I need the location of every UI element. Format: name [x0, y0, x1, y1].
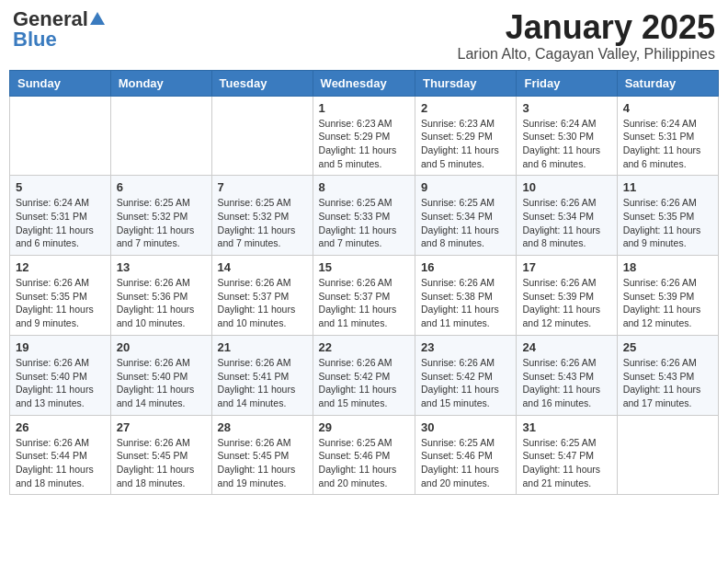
table-row: 15Sunrise: 6:26 AM Sunset: 5:37 PM Dayli… — [313, 256, 415, 336]
day-info: Sunrise: 6:25 AM Sunset: 5:33 PM Dayligh… — [319, 196, 409, 250]
day-info: Sunrise: 6:26 AM Sunset: 5:43 PM Dayligh… — [522, 356, 610, 410]
day-info: Sunrise: 6:24 AM Sunset: 5:31 PM Dayligh… — [623, 117, 712, 171]
calendar-header-row: Sunday Monday Tuesday Wednesday Thursday… — [10, 70, 719, 96]
day-number: 4 — [623, 101, 712, 115]
table-row: 6Sunrise: 6:25 AM Sunset: 5:32 PM Daylig… — [110, 176, 211, 256]
table-row — [110, 96, 211, 176]
table-row — [211, 96, 313, 176]
month-title: January 2025 — [458, 9, 715, 46]
table-row: 12Sunrise: 6:26 AM Sunset: 5:35 PM Dayli… — [10, 256, 111, 336]
table-row: 2Sunrise: 6:23 AM Sunset: 5:29 PM Daylig… — [415, 96, 517, 176]
day-number: 7 — [218, 180, 307, 194]
col-thursday: Thursday — [415, 70, 517, 96]
day-info: Sunrise: 6:26 AM Sunset: 5:37 PM Dayligh… — [218, 276, 307, 330]
day-number: 24 — [522, 340, 610, 354]
day-info: Sunrise: 6:26 AM Sunset: 5:45 PM Dayligh… — [117, 436, 206, 490]
day-info: Sunrise: 6:25 AM Sunset: 5:46 PM Dayligh… — [421, 436, 510, 490]
day-number: 14 — [218, 260, 307, 274]
logo-icon — [89, 10, 106, 27]
table-row: 3Sunrise: 6:24 AM Sunset: 5:30 PM Daylig… — [517, 96, 617, 176]
table-row: 30Sunrise: 6:25 AM Sunset: 5:46 PM Dayli… — [415, 415, 517, 495]
table-row: 24Sunrise: 6:26 AM Sunset: 5:43 PM Dayli… — [517, 335, 617, 415]
day-info: Sunrise: 6:26 AM Sunset: 5:42 PM Dayligh… — [319, 356, 409, 410]
day-info: Sunrise: 6:25 AM Sunset: 5:46 PM Dayligh… — [319, 436, 409, 490]
table-row — [617, 415, 718, 495]
calendar-week-row: 12Sunrise: 6:26 AM Sunset: 5:35 PM Dayli… — [10, 256, 719, 336]
col-sunday: Sunday — [10, 70, 111, 96]
day-info: Sunrise: 6:26 AM Sunset: 5:45 PM Dayligh… — [218, 436, 307, 490]
table-row: 27Sunrise: 6:26 AM Sunset: 5:45 PM Dayli… — [110, 415, 211, 495]
logo-blue-text: Blue — [13, 29, 57, 50]
day-info: Sunrise: 6:26 AM Sunset: 5:39 PM Dayligh… — [623, 276, 712, 330]
table-row: 16Sunrise: 6:26 AM Sunset: 5:38 PM Dayli… — [415, 256, 517, 336]
table-row: 13Sunrise: 6:26 AM Sunset: 5:36 PM Dayli… — [110, 256, 211, 336]
table-row: 10Sunrise: 6:26 AM Sunset: 5:34 PM Dayli… — [517, 176, 617, 256]
table-row: 22Sunrise: 6:26 AM Sunset: 5:42 PM Dayli… — [313, 335, 415, 415]
table-row: 19Sunrise: 6:26 AM Sunset: 5:40 PM Dayli… — [10, 335, 111, 415]
page-header: General Blue January 2025 Larion Alto, C… — [9, 9, 719, 63]
table-row: 26Sunrise: 6:26 AM Sunset: 5:44 PM Dayli… — [10, 415, 111, 495]
table-row: 31Sunrise: 6:25 AM Sunset: 5:47 PM Dayli… — [517, 415, 617, 495]
day-info: Sunrise: 6:25 AM Sunset: 5:32 PM Dayligh… — [218, 196, 307, 250]
col-wednesday: Wednesday — [313, 70, 415, 96]
day-info: Sunrise: 6:26 AM Sunset: 5:43 PM Dayligh… — [623, 356, 712, 410]
day-number: 11 — [623, 180, 712, 194]
day-number: 26 — [16, 420, 105, 434]
table-row: 14Sunrise: 6:26 AM Sunset: 5:37 PM Dayli… — [211, 256, 313, 336]
day-number: 30 — [421, 420, 510, 434]
day-number: 29 — [319, 420, 409, 434]
day-number: 10 — [522, 180, 610, 194]
table-row: 5Sunrise: 6:24 AM Sunset: 5:31 PM Daylig… — [10, 176, 111, 256]
day-info: Sunrise: 6:25 AM Sunset: 5:47 PM Dayligh… — [522, 436, 610, 490]
col-friday: Friday — [517, 70, 617, 96]
table-row: 25Sunrise: 6:26 AM Sunset: 5:43 PM Dayli… — [617, 335, 718, 415]
day-number: 15 — [319, 260, 409, 274]
day-number: 19 — [16, 340, 105, 354]
svg-marker-0 — [90, 12, 105, 25]
day-info: Sunrise: 6:26 AM Sunset: 5:40 PM Dayligh… — [117, 356, 206, 410]
day-number: 25 — [623, 340, 712, 354]
day-number: 12 — [16, 260, 105, 274]
day-info: Sunrise: 6:24 AM Sunset: 5:30 PM Dayligh… — [522, 117, 610, 171]
logo-general-text: General — [13, 9, 88, 29]
calendar-week-row: 5Sunrise: 6:24 AM Sunset: 5:31 PM Daylig… — [10, 176, 719, 256]
table-row: 4Sunrise: 6:24 AM Sunset: 5:31 PM Daylig… — [617, 96, 718, 176]
table-row: 18Sunrise: 6:26 AM Sunset: 5:39 PM Dayli… — [617, 256, 718, 336]
table-row: 8Sunrise: 6:25 AM Sunset: 5:33 PM Daylig… — [313, 176, 415, 256]
day-info: Sunrise: 6:26 AM Sunset: 5:35 PM Dayligh… — [623, 196, 712, 250]
calendar-week-row: 19Sunrise: 6:26 AM Sunset: 5:40 PM Dayli… — [10, 335, 719, 415]
table-row: 23Sunrise: 6:26 AM Sunset: 5:42 PM Dayli… — [415, 335, 517, 415]
table-row: 21Sunrise: 6:26 AM Sunset: 5:41 PM Dayli… — [211, 335, 313, 415]
day-number: 2 — [421, 101, 510, 115]
calendar-table: Sunday Monday Tuesday Wednesday Thursday… — [9, 70, 719, 496]
title-section: January 2025 Larion Alto, Cagayan Valley… — [458, 9, 715, 63]
calendar-week-row: 26Sunrise: 6:26 AM Sunset: 5:44 PM Dayli… — [10, 415, 719, 495]
table-row: 29Sunrise: 6:25 AM Sunset: 5:46 PM Dayli… — [313, 415, 415, 495]
day-number: 6 — [117, 180, 206, 194]
day-info: Sunrise: 6:25 AM Sunset: 5:34 PM Dayligh… — [421, 196, 510, 250]
table-row: 28Sunrise: 6:26 AM Sunset: 5:45 PM Dayli… — [211, 415, 313, 495]
day-number: 17 — [522, 260, 610, 274]
logo: General Blue — [13, 9, 106, 50]
day-info: Sunrise: 6:23 AM Sunset: 5:29 PM Dayligh… — [319, 117, 409, 171]
day-number: 21 — [218, 340, 307, 354]
col-tuesday: Tuesday — [211, 70, 313, 96]
day-number: 23 — [421, 340, 510, 354]
day-number: 3 — [522, 101, 610, 115]
day-number: 8 — [319, 180, 409, 194]
day-info: Sunrise: 6:23 AM Sunset: 5:29 PM Dayligh… — [421, 117, 510, 171]
table-row: 7Sunrise: 6:25 AM Sunset: 5:32 PM Daylig… — [211, 176, 313, 256]
table-row: 9Sunrise: 6:25 AM Sunset: 5:34 PM Daylig… — [415, 176, 517, 256]
day-number: 22 — [319, 340, 409, 354]
col-saturday: Saturday — [617, 70, 718, 96]
col-monday: Monday — [110, 70, 211, 96]
day-info: Sunrise: 6:26 AM Sunset: 5:41 PM Dayligh… — [218, 356, 307, 410]
day-number: 1 — [319, 101, 409, 115]
day-number: 16 — [421, 260, 510, 274]
day-number: 20 — [117, 340, 206, 354]
day-number: 13 — [117, 260, 206, 274]
day-number: 27 — [117, 420, 206, 434]
table-row: 17Sunrise: 6:26 AM Sunset: 5:39 PM Dayli… — [517, 256, 617, 336]
day-info: Sunrise: 6:24 AM Sunset: 5:31 PM Dayligh… — [16, 196, 105, 250]
table-row: 1Sunrise: 6:23 AM Sunset: 5:29 PM Daylig… — [313, 96, 415, 176]
